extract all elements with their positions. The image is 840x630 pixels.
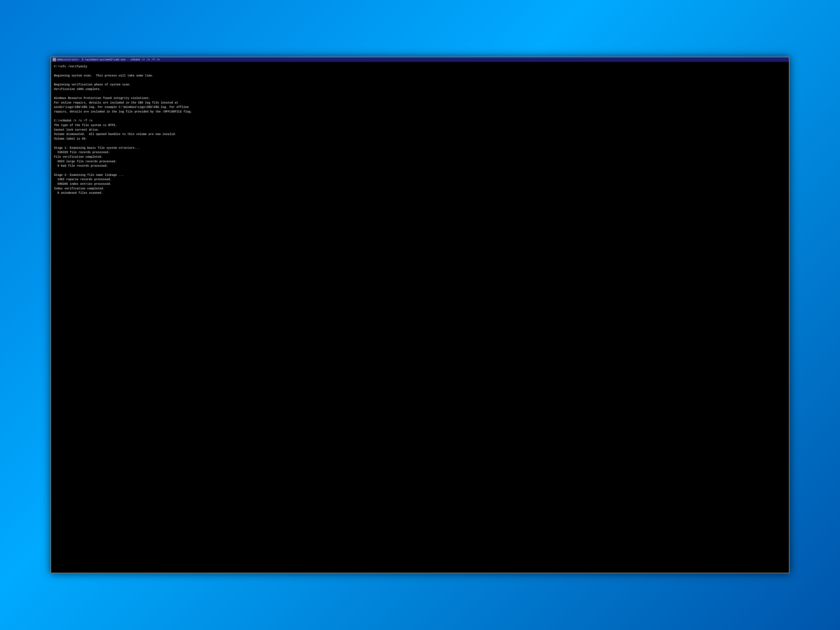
console-line: The type of the file system is NTFS.: [54, 123, 786, 128]
title-bar: C>_ Administrator: X:\windows\system32\c…: [51, 57, 789, 62]
console-line: Stage 1: Examining basic file system str…: [54, 146, 786, 150]
window-title: Administrator: X:\windows\system32\cmd.e…: [57, 58, 159, 61]
console-blank-line: [54, 114, 786, 119]
console-blank-line: [54, 78, 786, 82]
console-line: Index verification completed.: [54, 186, 786, 191]
console-line: repairs, details are included in the log…: [54, 110, 786, 114]
console-line: 690286 index entries processed.: [54, 182, 786, 186]
console-line: C:\>chkdsk /r /x /f /v: [54, 118, 786, 123]
console-blank-line: [54, 92, 786, 96]
console-line: windir\Logs\CBS\CBS.log. For example C:\…: [54, 105, 786, 110]
console-output: C:\>sfc /verifyonlyBeginning system scan…: [51, 62, 789, 573]
console-line: Beginning verification phase of system s…: [54, 82, 786, 87]
console-line: Stage 2: Examining file name linkage ...: [54, 173, 786, 177]
console-blank-line: [54, 69, 786, 74]
console-line: Windows Resource Protection found integr…: [54, 96, 786, 101]
console-line: 0 bad file records processed.: [54, 164, 786, 168]
console-line: 1462 reparse records processed.: [54, 177, 786, 182]
console-blank-line: [54, 141, 786, 146]
console-line: Volume label is OS.: [54, 137, 786, 141]
console-line: Volume dismounted. All opened handles to…: [54, 132, 786, 137]
cmd-window: C>_ Administrator: X:\windows\system32\c…: [51, 57, 789, 573]
console-line: 0 unindexed files scanned.: [54, 191, 786, 196]
console-line: For online repairs, details are included…: [54, 101, 786, 105]
console-line: Cannot lock current drive.: [54, 128, 786, 132]
console-line: 6823 large file records processed.: [54, 159, 786, 164]
console-line: File verification completed.: [54, 155, 786, 159]
cmd-icon: C>_: [53, 58, 56, 61]
console-line: Beginning system scan. This process will…: [54, 74, 786, 78]
console-line: C:\>sfc /verifyonly: [54, 65, 786, 69]
console-line: Verification 100% complete.: [54, 87, 786, 92]
console-blank-line: [54, 168, 786, 173]
console-line: 536320 file records processed.: [54, 150, 786, 155]
